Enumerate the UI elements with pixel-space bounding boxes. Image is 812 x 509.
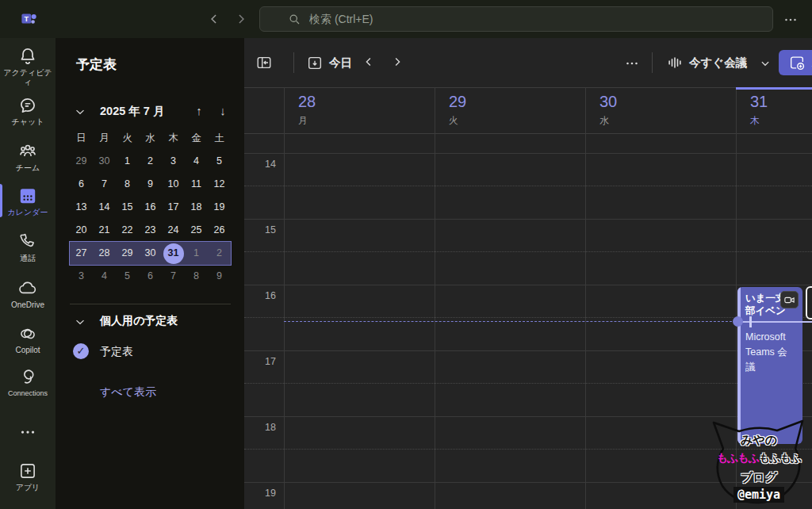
mini-calendar-day-cell[interactable]: 29 (70, 150, 93, 173)
adjacent-event-sliver[interactable] (806, 286, 812, 320)
topbar-more-icon[interactable] (782, 11, 799, 27)
mini-calendar-day-cell[interactable]: 21 (93, 219, 116, 242)
sidebar-item-chat[interactable]: チャット (0, 95, 56, 127)
meet-now-button[interactable]: 今すぐ会議 (666, 54, 747, 71)
mini-calendar-day-cell[interactable]: 20 (70, 219, 93, 242)
toolbar-more-button[interactable] (623, 55, 641, 72)
mini-calendar-day-cell[interactable]: 5 (116, 265, 139, 288)
grid-line (284, 87, 285, 509)
mini-calendar-day-cell[interactable]: 10 (162, 173, 185, 196)
personal-calendars-section[interactable]: 個人用の予定表 (56, 314, 244, 330)
grid-line (244, 153, 812, 154)
mini-calendar-month-label[interactable]: 2025 年 7 月 (100, 104, 164, 119)
mini-calendar-weekday: 金 (185, 127, 208, 150)
mini-calendar-day-cell[interactable]: 2 (208, 242, 231, 265)
sidebar-item-calls[interactable]: 通話 (0, 232, 56, 263)
mini-calendar-day-cell[interactable]: 30 (93, 150, 116, 173)
mini-calendar-day-cell[interactable]: 15 (116, 196, 139, 219)
today-button[interactable]: 今日 (306, 54, 352, 71)
grid-line (244, 317, 812, 318)
mini-calendar-day-cell[interactable]: 23 (139, 219, 162, 242)
sidebar-item-connections[interactable]: Connections (0, 366, 56, 398)
mini-calendar-day-cell[interactable]: 9 (208, 265, 231, 288)
mini-calendar-day-cell[interactable]: 13 (70, 196, 93, 219)
sidebar-item-label: Connections (0, 388, 56, 398)
day-header-today[interactable]: 31木 (736, 87, 812, 133)
my-calendar-item[interactable]: ✓ 予定表 (56, 343, 244, 362)
mini-calendar-day-cell[interactable]: 4 (93, 265, 116, 288)
sidebar-item-onedrive[interactable]: OneDrive (0, 278, 56, 310)
mini-calendar-day-cell[interactable]: 5 (208, 150, 231, 173)
mini-calendar-day-cell[interactable]: 11 (185, 173, 208, 196)
mini-calendar-header: 2025 年 7 月 ↑ ↓ (56, 103, 244, 121)
sidebar-item-label: アクティビティ (0, 68, 56, 87)
sidebar-item-teams[interactable]: チーム (0, 141, 56, 173)
mini-calendar-day-cell[interactable]: 30 (139, 242, 162, 265)
new-meeting-button[interactable]: 新しい会議 (779, 50, 812, 75)
mini-calendar-day-cell[interactable]: 7 (93, 173, 116, 196)
show-all-link[interactable]: すべて表示 (100, 385, 156, 400)
phone-icon (17, 232, 38, 252)
current-time-line-solid (736, 321, 812, 323)
mini-calendar-day-cell[interactable]: 22 (116, 219, 139, 242)
search-input[interactable] (309, 13, 763, 25)
search-box[interactable] (259, 6, 773, 32)
mini-calendar-day-cell[interactable]: 16 (139, 196, 162, 219)
mini-calendar-day-cell[interactable]: 8 (185, 265, 208, 288)
mini-calendar-day-cell[interactable]: 1 (116, 150, 139, 173)
sidebar-item-more[interactable] (0, 422, 56, 442)
calendar-week-view[interactable]: 今日 今すぐ会議 (244, 38, 812, 509)
mini-calendar-day-cell[interactable]: 3 (162, 150, 185, 173)
mini-calendar-day-cell[interactable]: 9 (139, 173, 162, 196)
day-header[interactable]: 29火 (435, 87, 585, 133)
teams-logo-icon: T (21, 10, 38, 28)
next-week-button[interactable] (390, 55, 404, 69)
mini-calendar-today-cell[interactable]: 31 (162, 242, 185, 265)
grid-line (585, 87, 586, 509)
grid-line (244, 350, 812, 351)
mini-calendar-day-cell[interactable]: 3 (70, 265, 93, 288)
nav-back-icon[interactable] (206, 11, 222, 27)
meet-now-dropdown-chevron-icon[interactable] (758, 56, 772, 71)
toolbar-divider (652, 52, 653, 73)
previous-week-button[interactable] (362, 55, 376, 69)
mini-calendar-day-cell[interactable]: 4 (185, 150, 208, 173)
mini-calendar-day-cell[interactable]: 2 (139, 150, 162, 173)
mini-calendar-day-cell[interactable]: 17 (162, 196, 185, 219)
mini-calendar-day-cell[interactable]: 29 (116, 242, 139, 265)
mini-calendar-day-cell[interactable]: 24 (162, 219, 185, 242)
mini-calendar-day-cell[interactable]: 14 (93, 196, 116, 219)
panel-divider (70, 304, 231, 304)
event-card[interactable]: いま一支部イベン Microsoft Teams 会議 (737, 287, 802, 444)
sidebar-item-apps[interactable]: アプリ (0, 461, 56, 492)
mini-calendar-day-cell[interactable]: 1 (185, 242, 208, 265)
chevron-down-icon[interactable] (73, 105, 87, 119)
collapse-panel-button[interactable] (255, 54, 273, 71)
mini-calendar-day-cell[interactable]: 6 (139, 265, 162, 288)
hour-label: 15 (244, 224, 276, 235)
mini-calendar-day-cell[interactable]: 7 (162, 265, 185, 288)
prev-month-arrow-icon[interactable]: ↑ (192, 104, 206, 118)
dots-icon (17, 422, 38, 442)
mini-calendar-day-cell[interactable]: 12 (208, 173, 231, 196)
mini-calendar-day-cell[interactable]: 6 (70, 173, 93, 196)
mini-calendar-day-cell[interactable]: 26 (208, 219, 231, 242)
nav-forward-icon[interactable] (233, 11, 249, 27)
mini-calendar-day-cell[interactable]: 25 (185, 219, 208, 242)
mini-calendar-day-cell[interactable]: 28 (93, 242, 116, 265)
checked-circle-icon[interactable]: ✓ (73, 343, 89, 359)
next-month-arrow-icon[interactable]: ↓ (216, 104, 230, 118)
mini-calendar-day-cell[interactable]: 27 (70, 242, 93, 265)
meet-now-label: 今すぐ会議 (689, 55, 747, 71)
day-header[interactable]: 30水 (585, 87, 736, 133)
mini-calendar-day-cell[interactable]: 18 (185, 196, 208, 219)
grid-line (244, 416, 812, 417)
sidebar-item-copilot[interactable]: Copilot (0, 323, 56, 355)
mini-calendar-day-cell[interactable]: 8 (116, 173, 139, 196)
mini-calendar-day-cell[interactable]: 19 (208, 196, 231, 219)
day-name: 火 (449, 114, 458, 128)
grid-line (244, 285, 812, 285)
sidebar-item-activity[interactable]: アクティビティ (0, 46, 56, 87)
sidebar-item-calendar[interactable]: カレンダー (0, 186, 56, 217)
day-header[interactable]: 28月 (284, 87, 435, 133)
